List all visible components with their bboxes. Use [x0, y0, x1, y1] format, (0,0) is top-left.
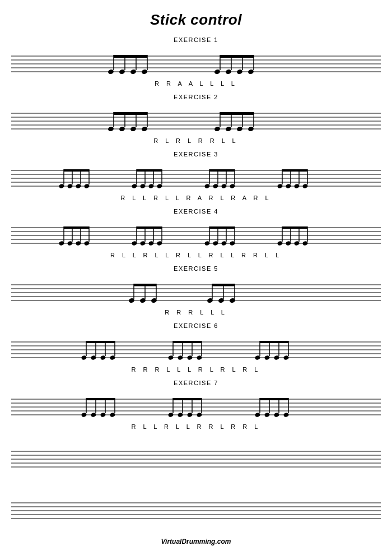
- svg-rect-146: [212, 284, 235, 286]
- exercise-label-2: EXERCISE 2: [174, 94, 218, 100]
- rhythm-row-2: R L R L R R L L: [153, 137, 238, 144]
- notes-area-7: [11, 388, 381, 422]
- exercise-block-7: EXERCISE 7: [0, 380, 392, 433]
- svg-rect-178: [260, 341, 288, 343]
- svg-point-28: [108, 126, 114, 132]
- rhythm-row-6: R R R L L L R L R L R L: [132, 366, 261, 373]
- rhythm-row-4: R L L R L L R L L R L L R R L L: [110, 252, 282, 258]
- exercise-label-7: EXERCISE 7: [174, 380, 218, 386]
- notes-area-3: [11, 159, 381, 193]
- svg-point-6: [119, 69, 125, 75]
- svg-rect-109: [137, 226, 162, 229]
- svg-point-40: [248, 126, 254, 132]
- exercise-block-4: EXERCISE 4: [0, 208, 392, 262]
- rhythm-row-1: R R A A L L L L: [155, 80, 237, 87]
- exercise-label-3: EXERCISE 3: [174, 151, 218, 158]
- svg-point-7: [130, 69, 137, 75]
- notes-area-2: [11, 102, 381, 136]
- svg-point-39: [236, 126, 243, 132]
- svg-rect-160: [86, 341, 115, 343]
- svg-rect-100: [64, 226, 89, 229]
- page: Stick control EXERCISE 1: [0, 0, 392, 555]
- notes-svg-1: [11, 45, 381, 78]
- rhythm-row-3: R L L R L L R A R L R A R L: [120, 195, 271, 201]
- empty-staff-2: [11, 497, 381, 528]
- svg-point-29: [119, 126, 125, 132]
- notes-area-1: [11, 45, 381, 78]
- svg-rect-13: [114, 55, 147, 58]
- exercise-label-1: EXERCISE 1: [174, 36, 218, 43]
- svg-point-8: [141, 69, 148, 75]
- notes-area-5: [11, 274, 381, 307]
- exercise-label-6: EXERCISE 6: [174, 322, 218, 329]
- notes-area-6: [11, 331, 381, 364]
- notes-svg-5: [11, 274, 381, 307]
- svg-rect-201: [173, 398, 202, 400]
- svg-rect-118: [209, 226, 235, 229]
- svg-point-31: [141, 126, 148, 132]
- rhythm-row-7: R L L R L L R R L R R L: [132, 423, 261, 430]
- svg-rect-59: [64, 169, 89, 172]
- exercise-block-2: EXERCISE 2: [0, 94, 392, 147]
- svg-rect-22: [220, 55, 254, 58]
- svg-point-15: [225, 69, 232, 75]
- exercise-block-1: EXERCISE 1: [0, 36, 392, 90]
- svg-rect-127: [282, 226, 307, 229]
- svg-rect-77: [209, 169, 235, 172]
- rhythm-row-5: R R R L L L: [165, 309, 227, 316]
- svg-rect-169: [173, 341, 202, 343]
- svg-point-30: [130, 126, 137, 132]
- svg-point-14: [214, 69, 221, 75]
- notes-svg-7: [11, 388, 381, 422]
- svg-point-38: [225, 126, 232, 132]
- svg-rect-139: [134, 284, 156, 286]
- svg-point-17: [248, 69, 254, 75]
- svg-rect-86: [282, 169, 307, 172]
- notes-area-4: [11, 216, 381, 250]
- exercise-block-5: EXERCISE 5: [0, 265, 392, 319]
- svg-rect-210: [260, 398, 288, 400]
- svg-point-37: [214, 126, 221, 132]
- empty-staff-1: [11, 446, 381, 476]
- svg-rect-68: [137, 169, 162, 172]
- page-title: Stick control: [150, 11, 242, 29]
- footer: VirtualDrumming.com: [161, 532, 231, 545]
- notes-svg-6: [11, 331, 381, 364]
- svg-rect-45: [220, 112, 254, 115]
- footer-text: VirtualDrumming.com: [161, 538, 231, 545]
- exercise-label-4: EXERCISE 4: [174, 208, 218, 215]
- svg-rect-36: [114, 112, 147, 115]
- exercise-block-6: EXERCISE 6: [0, 322, 392, 376]
- notes-svg-3: [11, 159, 381, 193]
- notes-svg-4: [11, 216, 381, 250]
- svg-point-5: [108, 69, 114, 75]
- exercise-label-5: EXERCISE 5: [174, 265, 218, 272]
- notes-svg-2: [11, 102, 381, 136]
- svg-rect-192: [86, 398, 115, 400]
- svg-point-16: [236, 69, 243, 75]
- exercise-block-3: EXERCISE 3: [0, 151, 392, 205]
